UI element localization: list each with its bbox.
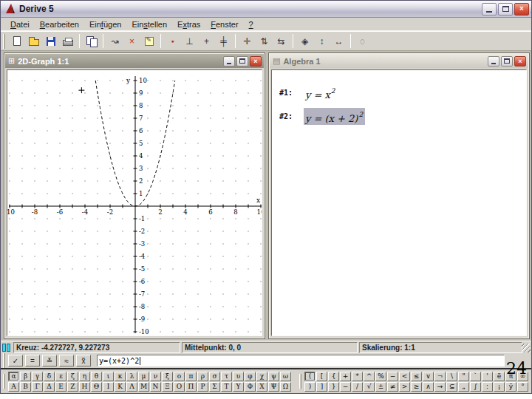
menu-einfuegen[interactable]: Einfügen [84, 18, 126, 30]
entry-drag-handle[interactable] [3, 353, 5, 368]
cross-button[interactable]: + [198, 33, 215, 49]
maximize-button[interactable] [498, 3, 513, 16]
greek-Ν-button[interactable]: Ν [150, 382, 161, 392]
math-)-button[interactable]: ) [304, 382, 316, 392]
greek-Κ-button[interactable]: Κ [115, 382, 126, 392]
zoom-horizontal-button[interactable]: ⇆ [273, 33, 290, 49]
resize-grip[interactable] [522, 344, 531, 352]
axes-button[interactable]: ⊥ [181, 33, 198, 49]
math-/-button[interactable]: / [352, 382, 363, 392]
math-≤-button[interactable]: ≤ [411, 372, 422, 381]
zoom-out-both-button[interactable]: ◌ [354, 33, 371, 49]
greek-σ-button[interactable]: σ [209, 372, 220, 381]
greek-Ρ-button[interactable]: Ρ [197, 382, 208, 392]
edit-expression-button[interactable] [140, 33, 157, 49]
algebra-maximize-button[interactable] [501, 56, 513, 66]
close-button[interactable]: × [514, 3, 529, 16]
algebra-minimize-button[interactable] [488, 56, 499, 66]
math-+-button[interactable]: + [340, 372, 351, 381]
greek-α-button[interactable]: α [8, 372, 19, 381]
insert-plot-button[interactable]: ↝ [106, 33, 123, 49]
center-on-cross-button[interactable]: ✛ [239, 33, 256, 49]
greek-η-button[interactable]: η [79, 372, 90, 381]
author-simplify-button[interactable]: ≚ [42, 355, 57, 366]
app-titlebar[interactable]: Derive 5 × [1, 1, 531, 18]
math-∨-button[interactable]: ∨ [423, 372, 434, 381]
menu-datei[interactable]: Datei [5, 18, 35, 30]
greek-Μ-button[interactable]: Μ [138, 382, 149, 392]
math-`-button[interactable]: ` [470, 372, 481, 381]
algebra-close-button[interactable]: × [514, 56, 526, 66]
open-button[interactable] [25, 33, 42, 49]
math-„-button[interactable]: „ [458, 382, 469, 392]
greek-Γ-button[interactable]: Γ [32, 382, 43, 392]
greek-π-button[interactable]: π [185, 372, 197, 381]
greek-φ-button[interactable]: φ [245, 372, 256, 381]
math-*-button[interactable]: * [352, 372, 363, 381]
greek-Θ-button[interactable]: Θ [91, 382, 102, 392]
math-%-button[interactable]: % [375, 372, 386, 381]
math-{-button[interactable]: { [328, 372, 339, 381]
math-°-button[interactable]: ° [517, 382, 528, 392]
new-file-button[interactable] [8, 33, 25, 49]
menu-hilfe[interactable]: ? [244, 18, 259, 30]
menu-extras[interactable]: Extras [172, 18, 205, 30]
greek-Η-button[interactable]: Η [79, 382, 90, 392]
greek-ψ-button[interactable]: ψ [268, 372, 279, 381]
math-\-button[interactable]: \ [446, 372, 457, 381]
greek-ξ-button[interactable]: ξ [162, 372, 173, 381]
save-button[interactable] [42, 33, 59, 49]
expression-1[interactable]: y = x2 [304, 84, 338, 101]
math-≠-button[interactable]: ≠ [387, 382, 398, 392]
math-∫-button[interactable]: ∫ [470, 382, 481, 392]
math-≥-button[interactable]: ≥ [411, 382, 422, 392]
greek-υ-button[interactable]: υ [233, 372, 244, 381]
math-]-button[interactable]: ] [316, 382, 327, 392]
math-⊆-button[interactable]: ⊆ [446, 382, 457, 392]
greek-Χ-button[interactable]: Χ [256, 382, 267, 392]
math-:-button[interactable]: : [482, 382, 493, 392]
greek-ζ-button[interactable]: ζ [67, 372, 78, 381]
greek-θ-button[interactable]: θ [91, 372, 102, 381]
trace-mode-button[interactable]: ● [164, 33, 181, 49]
greek-Σ-button[interactable]: Σ [209, 382, 220, 392]
zoom-out-horizontal-button[interactable]: ↔ [330, 33, 347, 49]
math-√-button[interactable]: √ [364, 382, 375, 392]
math-−-button[interactable]: − [340, 382, 351, 392]
zoom-in-button[interactable]: ◈ [296, 33, 313, 49]
greek-γ-button[interactable]: γ [32, 372, 43, 381]
copy-window-button[interactable] [83, 33, 100, 49]
greek-λ-button[interactable]: λ [126, 372, 137, 381]
greek-Ω-button[interactable]: Ω [280, 382, 291, 392]
graph-window-titlebar[interactable]: ⊞ 2D-Graph 1:1 × [5, 54, 264, 68]
greek-Ε-button[interactable]: Ε [55, 382, 66, 392]
math-(-button[interactable]: ( [304, 372, 316, 381]
greek-Ο-button[interactable]: Ο [174, 382, 185, 392]
graph-plot-area[interactable]: -10-8-6-4-224681010987654321-1-2-3-4-5-6… [7, 69, 262, 336]
math-dock-handle[interactable] [299, 374, 301, 389]
math-−-button[interactable]: − [387, 372, 398, 381]
menu-bearbeiten[interactable]: Bearbeiten [35, 18, 84, 30]
delete-plot-button[interactable]: × [123, 33, 140, 49]
greek-Υ-button[interactable]: Υ [233, 382, 244, 392]
greek-Φ-button[interactable]: Φ [245, 382, 256, 392]
greek-δ-button[interactable]: δ [44, 372, 55, 381]
greek-μ-button[interactable]: μ [138, 372, 149, 381]
graph-minimize-button[interactable] [223, 56, 235, 66]
greek-ε-button[interactable]: ε [55, 372, 66, 381]
math-∧-button[interactable]: ∧ [423, 382, 434, 392]
greek-Λ-button[interactable]: Λ [126, 382, 137, 392]
algebra-window-titlebar[interactable]: ▤ Algebra 1 × [270, 54, 528, 68]
math-ÿ-button[interactable]: ÿ [505, 382, 516, 392]
greek-Ζ-button[interactable]: Ζ [67, 382, 78, 392]
math-±-button[interactable]: ± [375, 382, 386, 392]
author-approximate-button[interactable]: x̃ [76, 355, 91, 366]
print-button[interactable] [59, 33, 76, 49]
greek-Π-button[interactable]: Π [185, 382, 197, 392]
math-^-button[interactable]: ^ [364, 372, 375, 381]
math-[-button[interactable]: [ [316, 372, 327, 381]
zoom-vertical-button[interactable]: ⇅ [256, 33, 273, 49]
greek-Ψ-button[interactable]: Ψ [268, 382, 279, 392]
greek-dock-handle[interactable] [3, 374, 5, 389]
zoom-out-vertical-button[interactable]: ↕ [313, 33, 330, 49]
